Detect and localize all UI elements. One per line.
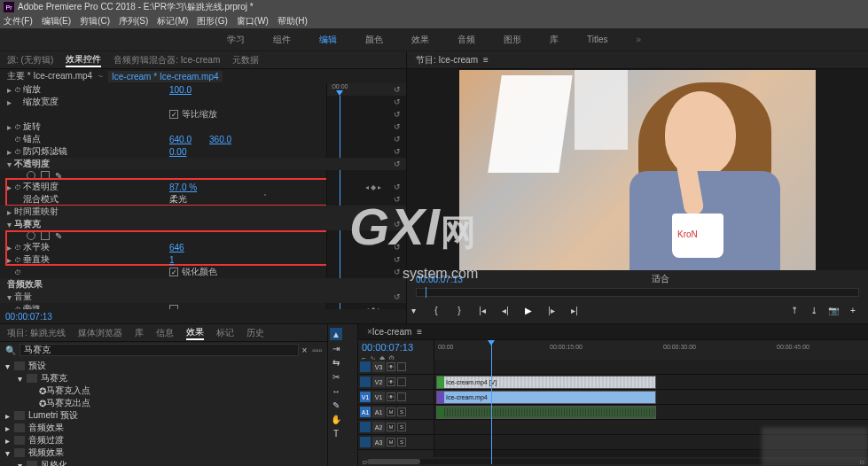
mask-pen-icon[interactable]: ✎ (55, 231, 64, 240)
tab-media-browser[interactable]: 媒体浏览器 (78, 327, 122, 339)
workspace-effects[interactable]: 效果 (411, 34, 429, 46)
tree-audio-transitions[interactable]: ▸音频过渡 (5, 434, 322, 447)
mask-pen-icon[interactable]: ✎ (55, 171, 64, 180)
workspace-audio[interactable]: 音频 (457, 34, 475, 46)
workspace-color[interactable]: 颜色 (365, 34, 383, 46)
reset-icon[interactable]: ↺ (394, 97, 401, 106)
prop-horiz-blocks-value[interactable]: 646 (169, 243, 184, 252)
tree-audio-fx[interactable]: ▸音频效果 (5, 422, 322, 434)
bypass-checkbox[interactable] (169, 305, 178, 309)
effects-search-input[interactable] (20, 344, 299, 356)
go-to-out-button[interactable]: ▸| (568, 304, 581, 316)
trackhead-v3[interactable]: V3👁 (358, 360, 434, 375)
search-clear-button[interactable]: × (302, 346, 308, 355)
sharpen-colors-checkbox[interactable]: ✓ (169, 268, 178, 276)
tab-audio-mixer[interactable]: 音频剪辑混合器: Ice-cream (113, 54, 220, 66)
reset-icon[interactable]: ↺ (394, 110, 401, 119)
reset-icon[interactable]: ↺ (394, 135, 401, 144)
workspace-titles[interactable]: Titles (587, 35, 608, 44)
trackhead-v2[interactable]: V2👁 (358, 375, 434, 390)
program-timecode[interactable]: 00:00:07:13 (416, 275, 463, 284)
reset-icon[interactable]: ↺ (394, 292, 401, 301)
prop-anchor-x[interactable]: 640.0 (169, 135, 192, 144)
add-marker-button[interactable]: ▾ (407, 304, 419, 316)
tree-mosaic-in[interactable]: ✪ 马赛克入点 (5, 384, 322, 397)
tree-lumetri[interactable]: ▸Lumetri 预设 (5, 409, 322, 422)
ripple-edit-tool[interactable]: ⇆ (330, 356, 342, 369)
trackhead-a1[interactable]: A1A1MS (358, 405, 434, 420)
menu-help[interactable]: 帮助(H) (278, 15, 308, 27)
clip-v1[interactable]: Ice-cream.mp4 (436, 391, 656, 404)
filter-icon[interactable]: ▫▫▫ (312, 346, 322, 355)
trackhead-a3[interactable]: A3MS (358, 435, 434, 450)
tab-effect-controls[interactable]: 效果控件 (66, 53, 101, 67)
menu-window[interactable]: 窗口(W) (237, 15, 269, 27)
keyframe-nav-icon[interactable]: ◂ ◆ ▸ (365, 306, 381, 310)
track-v1[interactable]: Ice-cream.mp4 (434, 390, 868, 405)
timeline-ruler[interactable]: 00:00 00:00:15:00 00:00:30:00 00:00:45:0… (434, 340, 868, 360)
hand-tool[interactable]: ✋ (330, 413, 342, 425)
track-v2[interactable]: Ice-cream.mp4 [V] (434, 375, 868, 390)
slip-tool[interactable]: ↔ (330, 384, 342, 397)
effect-controls-timecode[interactable]: 00:00:07:13 (0, 309, 406, 323)
workspace-library[interactable]: 库 (550, 34, 559, 46)
fx-timeremap-heading[interactable]: 时间重映射 (14, 206, 59, 218)
mask-rect-icon[interactable] (41, 231, 50, 240)
track-a1[interactable] (434, 405, 868, 420)
program-scrubber[interactable] (416, 288, 859, 297)
reset-icon[interactable]: ↺ (394, 159, 401, 168)
tab-source[interactable]: 源: (无剪辑) (7, 54, 53, 66)
tab-metadata[interactable]: 元数据 (232, 54, 259, 66)
program-monitor-viewport[interactable]: KroN (407, 69, 868, 270)
keyframe-nav-icon[interactable]: ◂ ◆ ▸ (365, 183, 381, 191)
prop-blendmode-select[interactable]: 柔光 (169, 193, 187, 206)
prop-vert-blocks-value[interactable]: 1 (169, 255, 175, 265)
mask-rect-icon[interactable] (41, 171, 50, 180)
workspace-assembly[interactable]: 组件 (273, 34, 291, 46)
tree-mosaic-group[interactable]: ▾马赛克 (5, 372, 322, 384)
prop-scale-value[interactable]: 100.0 (169, 85, 192, 95)
uniform-scale-checkbox[interactable]: ✓ (169, 110, 178, 119)
prop-antiflicker-value[interactable]: 0.00 (169, 147, 186, 157)
workspace-overflow-icon[interactable]: » (636, 35, 641, 44)
settings-button[interactable]: + (847, 304, 859, 316)
tab-info[interactable]: 信息 (156, 327, 174, 339)
workspace-editing[interactable]: 编辑 (319, 34, 337, 46)
fx-volume-heading[interactable]: 音量 (14, 291, 32, 303)
tree-mosaic-out[interactable]: ✪ 马赛克出点 (5, 397, 322, 409)
program-monitor-tab[interactable]: 节目: Ice-cream≡ (407, 51, 868, 69)
program-zoom-select[interactable]: 适合 (652, 273, 669, 285)
lift-button[interactable]: ⤒ (788, 304, 801, 316)
track-v3[interactable] (434, 360, 868, 375)
reset-icon[interactable]: ↺ (394, 183, 401, 191)
breadcrumb-sequence-clip[interactable]: Ice-cream * Ice-cream.mp4 (108, 71, 223, 82)
clip-v2[interactable]: Ice-cream.mp4 [V] (436, 376, 656, 389)
menu-edit[interactable]: 编辑(E) (42, 15, 71, 27)
reset-icon[interactable]: ↺ (394, 268, 401, 276)
tree-stylize[interactable]: ▾风格化 (5, 459, 322, 466)
type-tool[interactable]: T (330, 427, 342, 439)
menu-sequence[interactable]: 序列(S) (119, 15, 148, 27)
clip-a1[interactable] (436, 406, 656, 419)
mark-out-button[interactable]: } (453, 304, 465, 316)
reset-icon[interactable]: ↺ (394, 220, 401, 229)
timeline-playhead-icon[interactable] (491, 340, 492, 464)
fx-mosaic-heading[interactable]: 马赛克 (14, 218, 41, 230)
prop-opacity-value[interactable]: 87.0 % (169, 183, 197, 192)
trackhead-v1[interactable]: V1V1👁 (358, 390, 434, 405)
track-select-tool[interactable]: ⇥ (330, 342, 342, 354)
timeline-tab[interactable]: × Ice-cream≡ (358, 324, 868, 340)
pen-tool[interactable]: ✎ (330, 399, 342, 411)
tab-effects[interactable]: 效果 (186, 326, 204, 340)
mask-ellipse-icon[interactable] (27, 231, 35, 240)
reset-icon[interactable]: ↺ (394, 255, 401, 264)
menu-clip[interactable]: 剪辑(C) (80, 15, 110, 27)
tab-history[interactable]: 历史 (246, 327, 264, 339)
export-frame-button[interactable]: 📷 (827, 304, 840, 316)
extract-button[interactable]: ⤓ (808, 304, 820, 316)
reset-icon[interactable]: ↺ (394, 122, 401, 131)
trackhead-a2[interactable]: A2MS (358, 420, 434, 435)
workspace-learn[interactable]: 学习 (227, 34, 245, 46)
scrubber-playhead-icon[interactable] (426, 287, 426, 298)
tree-video-fx[interactable]: ▾视频效果 (5, 447, 322, 459)
